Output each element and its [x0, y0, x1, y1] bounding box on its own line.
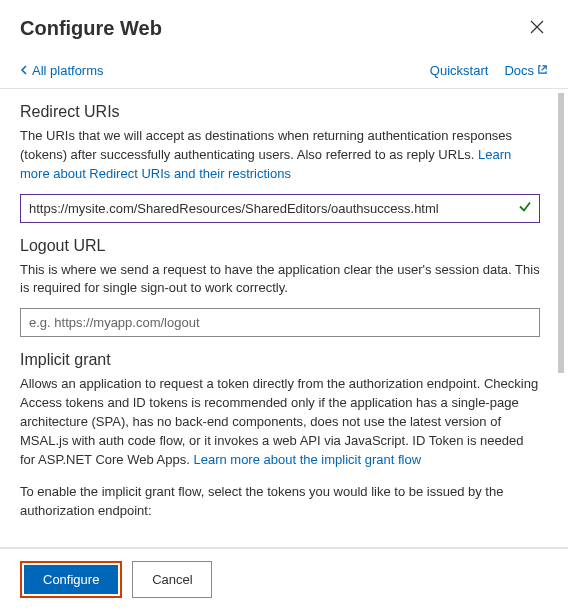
quickstart-link[interactable]: Quickstart [430, 63, 489, 78]
docs-link[interactable]: Docs [504, 63, 548, 78]
close-icon [530, 22, 544, 37]
implicit-grant-description: Allows an application to request a token… [20, 375, 540, 469]
logout-url-description: This is where we send a request to have … [20, 261, 540, 299]
implicit-grant-description-2: To enable the implicit grant flow, selec… [20, 483, 540, 521]
redirect-uri-input[interactable] [20, 194, 540, 223]
external-link-icon [537, 63, 548, 78]
implicit-grant-title: Implicit grant [20, 351, 540, 369]
redirect-uris-title: Redirect URIs [20, 103, 540, 121]
close-button[interactable] [526, 16, 548, 41]
implicit-learn-more-link[interactable]: Learn more about the implicit grant flow [193, 452, 421, 467]
logout-url-title: Logout URL [20, 237, 540, 255]
back-link-label: All platforms [32, 63, 104, 78]
configure-button[interactable]: Configure [24, 565, 118, 594]
checkmark-icon [518, 200, 532, 217]
docs-link-label: Docs [504, 63, 534, 78]
configure-highlight: Configure [20, 561, 122, 598]
logout-url-input[interactable] [20, 308, 540, 337]
scrollbar[interactable] [558, 93, 564, 373]
cancel-button[interactable]: Cancel [132, 561, 212, 598]
page-title: Configure Web [20, 17, 162, 40]
back-all-platforms-link[interactable]: All platforms [20, 63, 104, 78]
chevron-left-icon [20, 63, 28, 78]
redirect-uris-description: The URIs that we will accept as destinat… [20, 127, 540, 184]
